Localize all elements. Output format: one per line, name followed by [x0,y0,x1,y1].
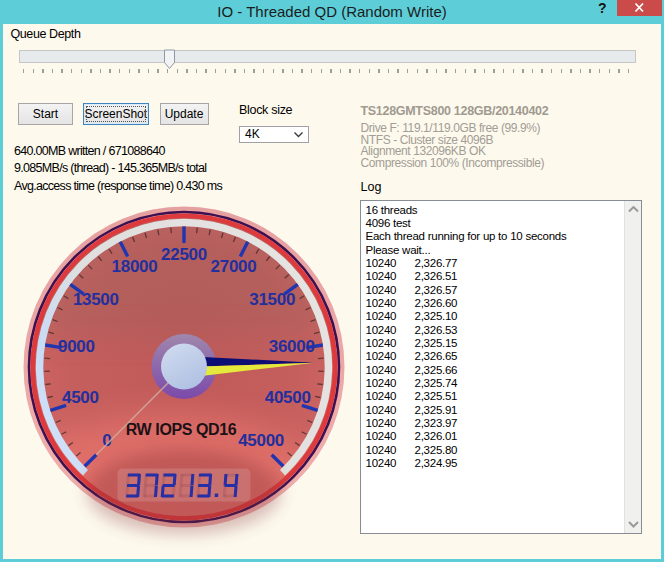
svg-text:4500: 4500 [62,388,99,407]
svg-text:36000: 36000 [269,337,315,356]
svg-text:27000: 27000 [211,257,257,276]
svg-text:13500: 13500 [73,290,119,309]
svg-text:RW IOPS QD16: RW IOPS QD16 [126,421,237,438]
svg-text:40500: 40500 [265,388,311,407]
svg-text:18000: 18000 [112,257,158,276]
svg-text:9000: 9000 [58,337,95,356]
svg-text:31500: 31500 [249,290,295,309]
svg-text:45000: 45000 [238,431,284,450]
svg-text:22500: 22500 [161,245,207,264]
